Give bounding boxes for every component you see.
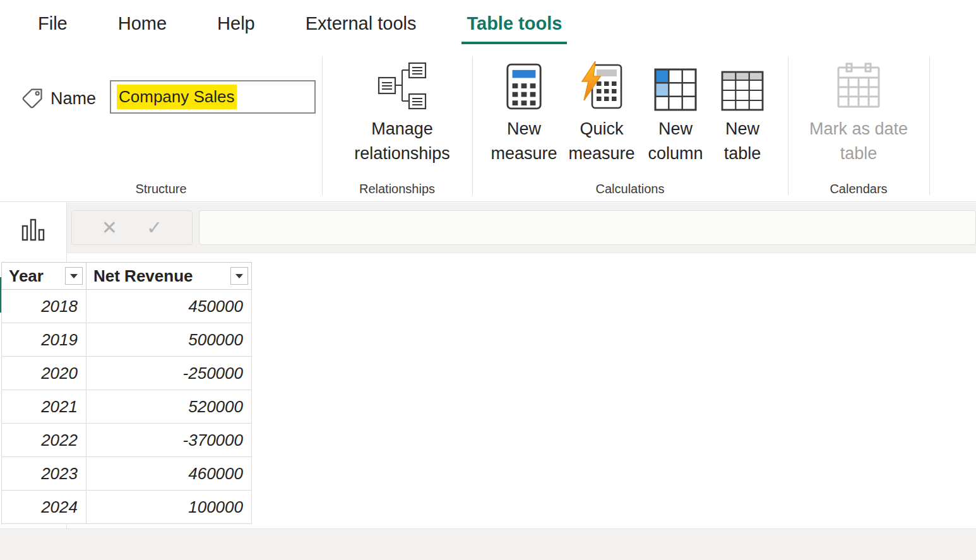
cell-year[interactable]: 2020 <box>2 357 86 390</box>
tag-icon <box>21 86 44 109</box>
new-column-label: New column <box>638 117 713 166</box>
manage-relationships-icon <box>375 59 429 112</box>
content-area: DAX TMDL ✕ ✓ <box>0 203 976 560</box>
filter-dropdown-icon <box>235 274 243 278</box>
group-label-calculations: Calculations <box>472 182 788 196</box>
cell-net-revenue[interactable]: -250000 <box>86 357 252 390</box>
data-table: Year Net Revenue <box>1 262 252 524</box>
formula-input[interactable] <box>199 210 976 245</box>
group-separator <box>788 56 789 195</box>
calculator-icon <box>504 59 544 112</box>
table-row: 2024100000 <box>2 491 252 524</box>
table-name-input[interactable]: Company Sales <box>110 80 316 114</box>
new-measure-button[interactable]: New measure <box>484 59 564 166</box>
group-label-relationships: Relationships <box>322 182 472 196</box>
quick-measure-label: Quick measure <box>562 117 641 166</box>
tab-table-tools-label: Table tools <box>467 13 562 34</box>
ribbon: Name Company Sales <box>0 47 976 202</box>
tab-help[interactable]: Help <box>192 0 280 47</box>
formula-action-group: ✕ ✓ <box>71 210 193 245</box>
manage-relationships-button[interactable]: Manage relationships <box>333 59 472 166</box>
cancel-icon[interactable]: ✕ <box>102 218 117 237</box>
new-table-label: New table <box>710 117 775 166</box>
group-separator <box>929 56 930 195</box>
tab-file-label: File <box>38 13 68 34</box>
cell-year[interactable]: 2019 <box>2 323 86 357</box>
column-header-year-label: Year <box>9 266 44 286</box>
mark-as-date-table-button: Mark as date table <box>790 59 927 166</box>
cell-year[interactable]: 2022 <box>2 424 86 457</box>
bar-chart-icon <box>20 217 47 245</box>
new-table-button[interactable]: New table <box>710 59 775 166</box>
tab-help-label: Help <box>217 13 255 34</box>
new-measure-label: New measure <box>484 117 564 166</box>
tab-table-tools[interactable]: Table tools <box>441 0 587 47</box>
cell-year[interactable]: 2021 <box>2 390 86 424</box>
group-label-calendars: Calendars <box>788 182 929 196</box>
column-header-net-revenue-label: Net Revenue <box>93 266 193 286</box>
new-column-button[interactable]: New column <box>638 59 713 166</box>
calculator-lightning-icon <box>580 59 624 112</box>
table-row: 2022-370000 <box>2 424 252 457</box>
cell-net-revenue[interactable]: 450000 <box>86 290 252 323</box>
mark-as-date-table-label: Mark as date table <box>790 117 927 166</box>
year-filter-button[interactable] <box>65 267 83 285</box>
manage-relationships-label: Manage relationships <box>333 117 472 166</box>
group-label-structure: Structure <box>0 182 322 196</box>
ribbon-tab-bar: File Home Help External tools Table tool… <box>0 0 976 47</box>
check-icon[interactable]: ✓ <box>146 218 162 237</box>
table-body: 201845000020195000002020-250000202152000… <box>2 290 252 524</box>
cell-year[interactable]: 2024 <box>2 491 86 524</box>
powerbi-window: File Home Help External tools Table tool… <box>0 0 976 560</box>
table-row: 2019500000 <box>2 323 252 357</box>
calendar-icon <box>835 59 882 112</box>
bottom-strip <box>0 528 976 560</box>
table-row: 2018450000 <box>2 290 252 323</box>
tab-home[interactable]: Home <box>93 0 192 47</box>
filter-dropdown-icon <box>70 274 78 278</box>
cell-year[interactable]: 2018 <box>2 290 86 323</box>
group-separator <box>322 56 323 195</box>
table-row: 2020-250000 <box>2 357 252 390</box>
table-row: 2023460000 <box>2 457 252 491</box>
table-header-row: Year Net Revenue <box>2 263 252 290</box>
name-label: Name <box>51 89 96 109</box>
table-column-icon <box>653 59 698 112</box>
cell-year[interactable]: 2023 <box>2 457 86 491</box>
column-header-year[interactable]: Year <box>2 263 86 290</box>
data-table-container: Year Net Revenue <box>1 262 252 524</box>
cell-net-revenue[interactable]: -370000 <box>86 424 252 457</box>
quick-measure-button[interactable]: Quick measure <box>562 59 641 166</box>
sidebar-item-report-view[interactable] <box>0 210 66 252</box>
table-name-value: Company Sales <box>117 85 237 109</box>
cell-net-revenue[interactable]: 520000 <box>86 390 252 424</box>
cell-net-revenue[interactable]: 500000 <box>86 323 252 357</box>
formula-bar: ✕ ✓ <box>67 203 976 253</box>
tab-external-tools-label: External tools <box>306 13 417 34</box>
column-header-net-revenue[interactable]: Net Revenue <box>86 263 252 290</box>
net-revenue-filter-button[interactable] <box>230 267 248 285</box>
table-icon <box>720 59 765 112</box>
group-separator <box>472 56 473 195</box>
tab-file[interactable]: File <box>13 0 93 47</box>
cell-net-revenue[interactable]: 100000 <box>86 491 252 524</box>
tab-home-label: Home <box>118 13 167 34</box>
table-row: 2021520000 <box>2 390 252 424</box>
cell-net-revenue[interactable]: 460000 <box>86 457 252 491</box>
tab-external-tools[interactable]: External tools <box>280 0 442 47</box>
